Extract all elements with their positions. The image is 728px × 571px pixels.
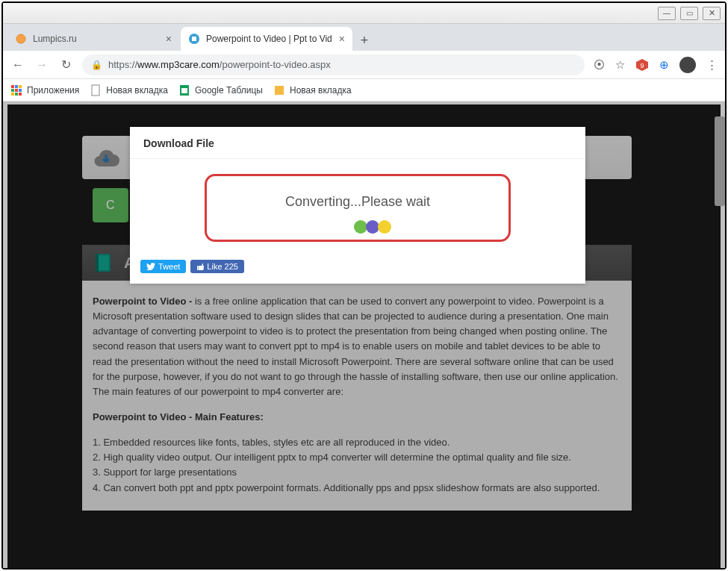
status-highlight: Converting...Please wait [205,174,511,242]
adblock-ext-icon[interactable]: 9 [635,58,649,72]
window-frame: — ▭ ✕ Lumpics.ru × Powerpoint to Video |… [1,1,727,570]
svg-point-0 [16,34,25,43]
bookmarks-bar: Приложения Новая вкладка Google Таблицы … [3,79,725,102]
svg-rect-13 [19,93,22,96]
close-button[interactable]: ✕ [703,7,721,20]
profile-avatar[interactable] [679,57,696,73]
loading-spinner [214,220,501,234]
svg-rect-2 [192,37,196,41]
bookmark-label: Новая вкладка [290,85,352,96]
sheets-icon [178,84,190,96]
status-text: Converting...Please wait [214,194,501,210]
download-modal: Download File Converting...Please wait [130,127,585,284]
twitter-icon [146,263,155,270]
svg-rect-12 [15,93,18,96]
lock-icon: 🔒 [91,60,102,70]
tab-close-icon[interactable]: × [339,34,345,44]
translate-icon[interactable]: ⦿ [594,58,605,71]
svg-rect-7 [19,85,22,88]
address-actions: ⦿ ☆ 9 ⊕ ⋮ [594,57,718,73]
url-input[interactable]: 🔒 https://www.mp3care.com/powerpoint-to-… [82,54,585,75]
svg-rect-10 [19,89,22,92]
svg-rect-5 [11,85,14,88]
tab-strip: Lumpics.ru × Powerpoint to Video | Ppt t… [3,24,725,51]
sheets-bookmark[interactable]: Google Таблицы [178,84,263,96]
bookmark-label: Приложения [27,85,79,96]
social-row: Tweet Like 225 [130,252,585,284]
new-tab-button[interactable]: + [354,30,375,51]
url-text: https://www.mp3care.com/powerpoint-to-vi… [108,59,331,70]
mp3care-favicon-icon [188,33,200,45]
bookmark-label: Google Таблицы [195,85,263,96]
page-icon [90,84,102,96]
modal-title: Download File [130,127,585,159]
maximize-button[interactable]: ▭ [680,7,698,20]
svg-rect-14 [92,85,99,96]
minimize-button[interactable]: — [658,7,676,20]
spinner-dot-icon [378,220,391,234]
orange-page-icon [273,84,285,96]
svg-rect-16 [181,88,187,93]
svg-rect-17 [275,86,284,95]
apps-icon [10,84,22,96]
newtab-bookmark[interactable]: Новая вкладка [90,84,168,96]
tab-close-icon[interactable]: × [166,34,172,44]
tweet-label: Tweet [158,262,180,271]
apps-bookmark[interactable]: Приложения [10,84,79,96]
address-bar: ← → ↻ 🔒 https://www.mp3care.com/powerpoi… [3,51,725,79]
page-viewport: C About Powerpoint to Video - Ppt to Mp4… [3,102,725,568]
svg-rect-11 [11,93,14,96]
like-button[interactable]: Like 225 [190,260,244,273]
svg-rect-9 [15,89,18,92]
menu-icon[interactable]: ⋮ [706,58,718,72]
tab-lumpics[interactable]: Lumpics.ru × [7,27,179,51]
modal-body: Converting...Please wait [130,159,585,252]
tab-title: Powerpoint to Video | Ppt to Vid [206,34,335,44]
svg-rect-6 [15,85,18,88]
tweet-button[interactable]: Tweet [140,260,186,273]
tab-powerpoint[interactable]: Powerpoint to Video | Ppt to Vid × [181,27,352,51]
forward-button[interactable]: → [34,58,49,72]
bookmark-label: Новая вкладка [106,85,168,96]
tab-title: Lumpics.ru [33,34,161,44]
thumb-up-icon [196,263,204,270]
star-icon[interactable]: ☆ [615,58,625,72]
svg-text:9: 9 [640,62,644,69]
like-label: Like 225 [207,262,238,271]
lumpics-favicon-icon [15,33,27,45]
globe-ext-icon[interactable]: ⊕ [659,58,669,72]
back-button[interactable]: ← [10,58,25,72]
newtab2-bookmark[interactable]: Новая вкладка [273,84,352,96]
svg-rect-8 [11,89,14,92]
reload-button[interactable]: ↻ [58,57,73,72]
window-titlebar: — ▭ ✕ [3,3,725,24]
